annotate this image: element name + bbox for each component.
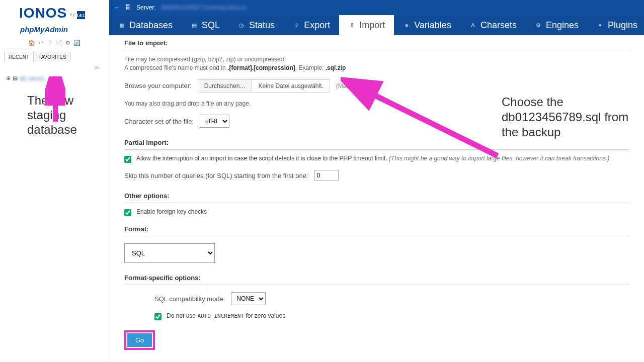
max-size: (Max: 1,000MiB) xyxy=(336,82,380,89)
interrupt-label-text: Allow the interruption of an import in c… xyxy=(136,155,389,162)
tab-databases-label: Databases xyxy=(129,20,173,31)
db-name-blurred2: server xyxy=(28,75,45,81)
autoinc-checkbox[interactable] xyxy=(154,313,162,320)
section-fso-title: Format-specific options: xyxy=(124,270,629,285)
file-input[interactable]: Durchsuchen… Keine Datei ausgewählt. xyxy=(198,79,330,93)
tab-sql[interactable]: ▤SQL xyxy=(182,15,229,35)
tab-favorites[interactable]: FAVORITES xyxy=(34,52,70,62)
logo-badge: 1&1 xyxy=(77,11,85,19)
help2d: .sql.zip xyxy=(326,64,346,71)
autoinc-code: AUTO_INCREMENT xyxy=(197,313,244,319)
status-icon: ◷ xyxy=(238,22,245,29)
settings-icon[interactable]: ⚙ xyxy=(64,40,71,47)
tab-charsets[interactable]: ACharsets xyxy=(460,15,526,35)
fk-label: Enable foreign key checks xyxy=(136,208,207,215)
export-icon: ⇪ xyxy=(293,22,300,29)
section-file-title: File to import: xyxy=(124,35,629,50)
server-label: Server: xyxy=(136,4,156,11)
tab-import[interactable]: ⇩Import xyxy=(339,15,394,35)
home-icon[interactable]: 🏠 xyxy=(28,40,35,47)
annotation-2: Choose the db0123456789.sql from the bac… xyxy=(502,95,644,140)
tab-charsets-label: Charsets xyxy=(480,20,517,31)
server-icon: 🗄 xyxy=(125,4,131,11)
tab-plugins[interactable]: ✦Plugins xyxy=(588,15,644,35)
help2c: . Example: xyxy=(295,64,326,71)
browse-button[interactable]: Durchsuchen… xyxy=(198,80,253,92)
help2b: .[format].[compression] xyxy=(227,64,295,71)
autoinc-a: Do not use xyxy=(167,312,197,319)
format-select[interactable]: SQL xyxy=(124,243,215,263)
fk-checkbox[interactable] xyxy=(124,209,131,216)
charset-select[interactable]: utf-8 xyxy=(200,115,229,128)
tab-plugins-label: Plugins xyxy=(608,20,637,31)
sidebar: IONOS by 1&1 phpMyAdmin 🏠 ↩ ❔ 📄 ⚙ 🔄 RECE… xyxy=(0,0,109,362)
interrupt-label: Allow the interruption of an import in c… xyxy=(136,155,609,162)
server-value: db5001234567.hosting-data.io xyxy=(161,4,247,11)
expand-icon[interactable]: ⊕ xyxy=(6,75,11,81)
tab-export-label: Export xyxy=(304,20,330,31)
interrupt-note: (This might be a good way to import larg… xyxy=(389,155,609,162)
help-name: A compressed file's name must end in .[f… xyxy=(124,64,629,72)
help-icon[interactable]: ❔ xyxy=(46,40,53,47)
sidebar-tabs: RECENT FAVORITES xyxy=(4,52,105,62)
compat-label: SQL compatibility mode: xyxy=(154,295,225,303)
db-name-blurred: db xyxy=(20,75,26,81)
skip-input[interactable] xyxy=(314,170,339,181)
go-button[interactable]: Go xyxy=(127,333,152,347)
file-name: Keine Datei ausgewählt. xyxy=(252,80,329,92)
section-format-title: Format: xyxy=(124,221,629,236)
sql-icon: ▤ xyxy=(191,22,198,29)
db-icon: ▤ xyxy=(13,75,18,81)
skip-label: Skip this number of queries (for SQL) st… xyxy=(124,172,308,179)
tab-recent[interactable]: RECENT xyxy=(4,52,34,62)
tab-databases[interactable]: ▦Databases xyxy=(109,15,182,35)
section-other-title: Other options: xyxy=(124,188,629,203)
nav-tabs: ▦Databases ▤SQL ◷Status ⇪Export ⇩Import … xyxy=(109,15,644,35)
variables-icon: ≡ xyxy=(403,22,410,29)
logo: IONOS by 1&1 xyxy=(0,5,109,26)
databases-icon: ▦ xyxy=(118,22,125,29)
charset-label: Character set of the file: xyxy=(124,118,194,125)
interrupt-checkbox[interactable] xyxy=(124,156,131,163)
browse-label: Browse your computer: xyxy=(124,82,192,89)
logout-icon[interactable]: ↩ xyxy=(37,40,44,47)
sidebar-toolbar: 🏠 ↩ ❔ 📄 ⚙ 🔄 xyxy=(0,40,109,47)
go-highlight: Go xyxy=(124,330,155,350)
logo-text: IONOS xyxy=(19,5,67,21)
reload-icon[interactable]: 🔄 xyxy=(73,40,80,47)
server-bar: ← 🗄 Server: db5001234567.hosting-data.io xyxy=(109,0,644,15)
charsets-icon: A xyxy=(469,22,476,29)
help-compressed: File may be compressed (gzip, bzip2, zip… xyxy=(124,55,629,64)
autoinc-label: Do not use AUTO_INCREMENT for zero value… xyxy=(167,312,285,319)
tab-variables-label: Variables xyxy=(414,20,451,31)
content: Choose the db0123456789.sql from the bac… xyxy=(109,35,644,362)
tab-sql-label: SQL xyxy=(202,20,220,31)
annotation-arrow-1 xyxy=(45,76,65,125)
plugins-icon: ✦ xyxy=(597,22,604,29)
autoinc-b: for zero values xyxy=(244,312,285,319)
link-symbol[interactable]: ∞ xyxy=(0,64,109,71)
phpmyadmin-label: phpMyAdmin xyxy=(0,25,109,34)
tab-engines-label: Engines xyxy=(546,20,579,31)
compat-select[interactable]: NONE xyxy=(231,292,266,305)
import-icon: ⇩ xyxy=(348,22,355,29)
tab-status[interactable]: ◷Status xyxy=(229,15,284,35)
docs-icon[interactable]: 📄 xyxy=(55,40,62,47)
tab-status-label: Status xyxy=(249,20,275,31)
tab-variables[interactable]: ≡Variables xyxy=(394,15,460,35)
back-icon[interactable]: ← xyxy=(114,4,120,11)
engines-icon: ⚙ xyxy=(535,22,542,29)
tab-import-label: Import xyxy=(359,20,385,31)
tab-export[interactable]: ⇪Export xyxy=(284,15,339,35)
logo-by: by xyxy=(70,12,75,17)
help2a: A compressed file's name must end in xyxy=(124,64,227,71)
tab-engines[interactable]: ⚙Engines xyxy=(526,15,588,35)
main: ← 🗄 Server: db5001234567.hosting-data.io… xyxy=(109,0,644,362)
